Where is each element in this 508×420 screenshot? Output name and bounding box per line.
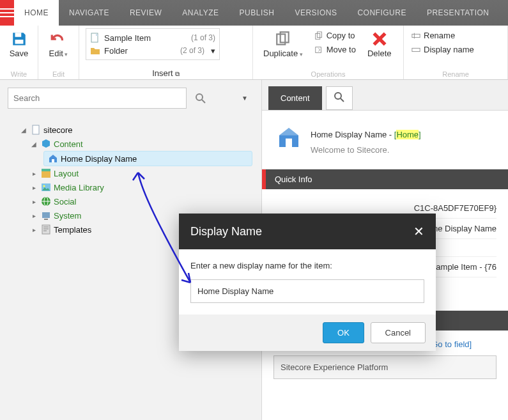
section-quick-info[interactable]: Quick Info — [262, 169, 508, 189]
search-options-dropdown[interactable]: ▼ — [236, 89, 254, 107]
copy-icon — [314, 31, 323, 40]
delete-label: Delete — [367, 49, 392, 58]
editor-tabs: Content — [262, 80, 508, 111]
dropdown-caret-icon: ▾ — [63, 51, 68, 58]
tree-node-media[interactable]: ▸Media Library — [29, 180, 252, 194]
expand-icon[interactable]: ▸ — [29, 226, 38, 233]
hamburger-menu[interactable] — [0, 0, 14, 26]
tab-review[interactable]: REVIEW — [119, 0, 172, 26]
insert-folder[interactable]: Folder (2 of 3) ▾ — [90, 44, 215, 57]
tab-versions[interactable]: VERSIONS — [284, 0, 347, 26]
delete-x-icon — [371, 31, 388, 47]
dropdown-caret-icon: ▾ — [298, 51, 303, 58]
search-input[interactable] — [8, 88, 186, 108]
tab-security[interactable]: SECURITY — [500, 0, 509, 26]
save-label: Save — [10, 49, 29, 58]
ok-button[interactable]: OK — [323, 322, 364, 343]
tree-node-sitecore[interactable]: ◢sitecore — [19, 123, 252, 137]
insert-list: Sample Item (1 of 3) Folder (2 of 3) ▾ — [86, 28, 220, 60]
caret-down-icon: ▼ — [242, 95, 248, 102]
tree-node-social[interactable]: ▸Social — [29, 194, 252, 208]
svg-rect-5 — [315, 33, 319, 39]
undo-arrow-icon — [50, 31, 66, 47]
tab-analyze[interactable]: ANALYZE — [172, 0, 229, 26]
tab-navigate[interactable]: NAVIGATE — [59, 0, 119, 26]
collapse-icon[interactable]: ◢ — [19, 127, 28, 134]
display-name-input[interactable] — [190, 279, 424, 303]
home-icon — [48, 153, 58, 164]
cancel-button[interactable]: Cancel — [371, 322, 426, 343]
tree-label: Home Display Name — [61, 154, 137, 164]
tree-node-layout[interactable]: ▸Layout — [29, 166, 252, 180]
search-button[interactable] — [192, 89, 210, 107]
dialog-title: Display Name — [190, 225, 262, 238]
system-icon — [41, 210, 51, 221]
edit-button[interactable]: Edit ▾ — [45, 28, 72, 61]
insert-sample-count: (1 of 3) — [191, 33, 215, 42]
expand-icon[interactable]: ▸ — [29, 212, 38, 219]
dialog-header: Display Name ✕ — [179, 214, 436, 249]
svg-rect-8 — [412, 34, 420, 37]
display-name-button[interactable]: Display name — [410, 43, 475, 56]
tree-label: Content — [54, 139, 83, 149]
group-insert: Insert ⧉ — [86, 67, 246, 79]
delete-button[interactable]: Delete — [364, 28, 396, 61]
search-field[interactable] — [8, 88, 187, 109]
tab-publish[interactable]: PUBLISH — [229, 0, 285, 26]
svg-rect-9 — [412, 48, 420, 51]
layout-icon — [41, 168, 51, 178]
tree-label: Layout — [54, 169, 79, 178]
expand-icon[interactable]: ▸ — [29, 184, 38, 191]
copy-to-button[interactable]: Copy to — [313, 29, 357, 42]
svg-point-22 — [335, 93, 341, 99]
duplicate-button[interactable]: Duplicate ▾ — [259, 28, 307, 61]
item-header: Home Display Name - [Home] Welcome to Si… — [262, 111, 508, 169]
expand-icon[interactable]: ▸ — [29, 198, 38, 205]
popout-icon[interactable]: ⧉ — [175, 70, 180, 77]
group-operations: Operations — [259, 69, 397, 79]
insert-sample-item[interactable]: Sample Item (1 of 3) — [90, 31, 215, 44]
document-icon — [31, 125, 41, 135]
tab-configure[interactable]: CONFIGURE — [347, 0, 417, 26]
svg-rect-20 — [44, 219, 48, 220]
svg-rect-1 — [15, 40, 23, 44]
duplicate-label: Duplicate — [263, 49, 298, 58]
collapse-icon[interactable]: ◢ — [29, 141, 38, 148]
move-to-button[interactable]: Move to — [313, 43, 357, 56]
cube-icon — [41, 139, 51, 149]
tab-home[interactable]: HOME — [14, 0, 59, 26]
save-button[interactable]: Save — [6, 28, 33, 61]
group-rename: Rename — [410, 69, 501, 79]
expand-icon[interactable]: ▸ — [29, 170, 38, 177]
folder-icon — [90, 45, 100, 56]
duplicate-icon — [275, 31, 291, 47]
template-icon — [41, 224, 51, 235]
svg-rect-21 — [42, 225, 50, 234]
dropdown-caret-icon[interactable]: ▾ — [211, 46, 215, 56]
svg-rect-23 — [286, 139, 292, 147]
group-edit: Edit — [45, 69, 72, 79]
tree-node-home[interactable]: Home Display Name — [43, 151, 252, 166]
svg-rect-0 — [15, 33, 21, 37]
tab-search[interactable] — [326, 86, 353, 110]
rename-label: Rename — [424, 31, 455, 40]
svg-rect-11 — [33, 125, 39, 134]
home-icon — [276, 125, 302, 150]
group-write: Write — [6, 69, 31, 79]
search-icon — [334, 92, 344, 102]
search-icon — [196, 93, 206, 104]
svg-rect-12 — [52, 159, 54, 162]
display-name-dialog: Display Name ✕ Enter a new display name … — [179, 214, 436, 351]
rename-icon — [412, 31, 420, 40]
tree-node-content[interactable]: ◢Content — [29, 137, 252, 151]
tree-label: Templates — [54, 225, 91, 235]
item-subtitle: Welcome to Sitecore. — [311, 145, 421, 155]
title-field-input[interactable]: Sitecore Experience Platform — [273, 355, 496, 379]
tab-presentation[interactable]: PRESENTATION — [417, 0, 500, 26]
document-icon — [90, 33, 100, 43]
tree-label: sitecore — [43, 125, 73, 135]
tab-content[interactable]: Content — [268, 86, 322, 110]
item-title: Home Display Name - [Home] — [311, 125, 421, 141]
close-icon[interactable]: ✕ — [413, 224, 424, 239]
rename-button[interactable]: Rename — [410, 29, 475, 42]
